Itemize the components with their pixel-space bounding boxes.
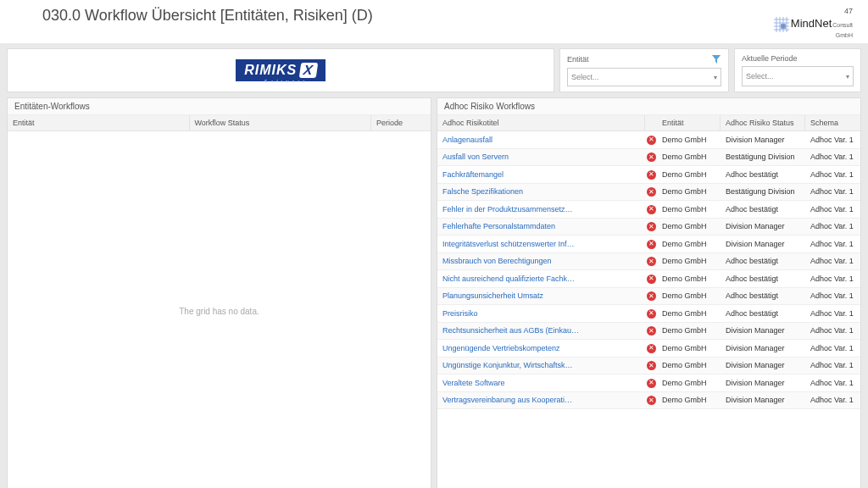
- svg-rect-8: [781, 24, 786, 29]
- table-row: Planungsunsicherheit Umsatz✕Demo GmbHAdh…: [437, 288, 860, 306]
- close-icon: ✕: [647, 257, 656, 266]
- cell-schema: Adhoc Var. 1: [805, 271, 860, 286]
- filter-entitaet: Entität Select... ▾: [559, 48, 729, 92]
- delete-button[interactable]: ✕: [645, 340, 657, 357]
- delete-button[interactable]: ✕: [645, 219, 657, 236]
- cell-schema: Adhoc Var. 1: [805, 202, 860, 217]
- filter-icon[interactable]: [711, 54, 721, 64]
- adhoc-grid-header: Adhoc Risikotitel Entität Adhoc Risiko S…: [437, 115, 860, 131]
- filter-entitaet-select[interactable]: Select... ▾: [567, 68, 721, 86]
- risk-title-link[interactable]: Ausfall von Servern: [437, 149, 645, 164]
- table-row: Ausfall von Servern✕Demo GmbHBestätigung…: [437, 149, 860, 167]
- cell-entitaet: Demo GmbH: [657, 392, 721, 408]
- risk-title-link[interactable]: Fehler in der Produktzusammensetz…: [437, 202, 645, 217]
- delete-button[interactable]: ✕: [645, 374, 657, 391]
- close-icon: ✕: [647, 361, 656, 370]
- col-adhoc-status[interactable]: Adhoc Risiko Status: [721, 115, 805, 130]
- adhoc-grid-body[interactable]: Anlagenausfall✕Demo GmbHDivision Manager…: [437, 131, 860, 488]
- filter-periode-select[interactable]: Select... ▾: [742, 66, 854, 86]
- close-icon: ✕: [647, 222, 656, 231]
- risk-title-link[interactable]: Integritätsverlust schützenswerter Inf…: [437, 236, 645, 252]
- close-icon: ✕: [647, 205, 656, 214]
- app-shell: RIMIKSX Software Entität Select... ▾ Akt…: [0, 43, 868, 488]
- page-number: 47: [774, 7, 853, 15]
- filter-periode-label: Aktuelle Periode: [742, 54, 854, 63]
- close-icon: ✕: [647, 187, 656, 197]
- cell-status: Division Manager: [721, 323, 805, 338]
- chevron-down-icon: ▾: [714, 74, 717, 81]
- col-adhoc-risikotitel[interactable]: Adhoc Risikotitel: [437, 115, 645, 130]
- adhoc-grid: Adhoc Risiko Workflows Adhoc Risikotitel…: [437, 97, 861, 488]
- col-entitaet[interactable]: Entität: [657, 115, 721, 130]
- empty-message: The grid has no data.: [8, 131, 431, 488]
- risk-title-link[interactable]: Anlagenausfall: [437, 132, 645, 147]
- col-delete: [645, 115, 657, 130]
- cell-entitaet: Demo GmbH: [657, 288, 721, 303]
- cell-entitaet: Demo GmbH: [657, 375, 721, 391]
- close-icon: ✕: [647, 240, 656, 249]
- delete-button[interactable]: ✕: [645, 358, 657, 374]
- main-row: Entitäten-Workflows Entität Workflow Sta…: [7, 97, 861, 488]
- cell-schema: Adhoc Var. 1: [805, 358, 860, 373]
- risk-title-link[interactable]: Planungsunsicherheit Umsatz: [437, 288, 645, 303]
- slide-header: 030.0 Workflow Übersicht [Entitäten, Ris…: [0, 0, 868, 43]
- cell-schema: Adhoc Var. 1: [805, 306, 860, 321]
- chevron-down-icon: ▾: [846, 73, 849, 80]
- risk-title-link[interactable]: Fehlerhafte Personalstammdaten: [437, 219, 645, 234]
- cell-schema: Adhoc Var. 1: [805, 253, 860, 269]
- table-row: Anlagenausfall✕Demo GmbHDivision Manager…: [437, 131, 860, 149]
- risk-title-link[interactable]: Veraltete Software: [437, 375, 645, 391]
- risk-title-link[interactable]: Vertragsvereinbarung aus Kooperati…: [437, 392, 645, 408]
- risk-title-link[interactable]: Falsche Spezifikationen: [437, 184, 645, 199]
- risk-title-link[interactable]: Ungünstige Konjunktur, Wirtschaftsk…: [437, 358, 645, 373]
- cell-status: Adhoc bestätigt: [721, 271, 805, 286]
- col-entitaet[interactable]: Entität: [8, 115, 190, 130]
- delete-button[interactable]: ✕: [645, 149, 657, 166]
- cell-status: Division Manager: [721, 236, 805, 252]
- delete-button[interactable]: ✕: [645, 166, 657, 183]
- risk-title-link[interactable]: Preisrisiko: [437, 306, 645, 321]
- delete-button[interactable]: ✕: [645, 201, 657, 218]
- risk-title-link[interactable]: Missbrauch von Berechtigungen: [437, 253, 645, 269]
- cell-entitaet: Demo GmbH: [657, 253, 721, 269]
- col-schema[interactable]: Schema: [805, 115, 860, 130]
- risk-title-link[interactable]: Rechtsunsicherheit aus AGBs (Einkau…: [437, 323, 645, 338]
- close-icon: ✕: [647, 291, 656, 301]
- col-workflow-status[interactable]: Workflow Status: [190, 115, 372, 130]
- filter-entitaet-label: Entität: [567, 55, 589, 64]
- cell-status: Bestätigung Division: [721, 149, 805, 164]
- delete-button[interactable]: ✕: [645, 305, 657, 322]
- cell-entitaet: Demo GmbH: [657, 341, 721, 356]
- delete-button[interactable]: ✕: [645, 392, 657, 409]
- cell-schema: Adhoc Var. 1: [805, 323, 860, 338]
- delete-button[interactable]: ✕: [645, 184, 657, 201]
- cell-status: Division Manager: [721, 132, 805, 147]
- cell-status: Adhoc bestätigt: [721, 202, 805, 217]
- col-periode[interactable]: Periode: [371, 115, 431, 130]
- cell-entitaet: Demo GmbH: [657, 149, 721, 164]
- delete-button[interactable]: ✕: [645, 270, 657, 287]
- cell-schema: Adhoc Var. 1: [805, 149, 860, 164]
- risk-title-link[interactable]: Nicht ausreichend qualifizierte Fachk…: [437, 271, 645, 286]
- delete-button[interactable]: ✕: [645, 288, 657, 305]
- cell-entitaet: Demo GmbH: [657, 132, 721, 147]
- risk-title-link[interactable]: Fachkräftemangel: [437, 167, 645, 182]
- cell-status: Division Manager: [721, 375, 805, 391]
- table-row: Veraltete Software✕Demo GmbHDivision Man…: [437, 374, 860, 392]
- cell-status: Adhoc bestätigt: [721, 288, 805, 303]
- table-row: Fachkräftemangel✕Demo GmbHAdhoc bestätig…: [437, 166, 860, 184]
- cell-status: Division Manager: [721, 219, 805, 234]
- delete-button[interactable]: ✕: [645, 236, 657, 252]
- close-icon: ✕: [647, 396, 656, 405]
- delete-button[interactable]: ✕: [645, 253, 657, 270]
- cell-status: Adhoc bestätigt: [721, 306, 805, 321]
- cell-schema: Adhoc Var. 1: [805, 236, 860, 252]
- cell-entitaet: Demo GmbH: [657, 358, 721, 373]
- brand-logo: MindNetConsult GmbH: [774, 17, 853, 38]
- risk-title-link[interactable]: Ungenügende Vertriebskompetenz: [437, 341, 645, 356]
- delete-button[interactable]: ✕: [645, 131, 657, 148]
- close-icon: ✕: [647, 136, 656, 145]
- cell-schema: Adhoc Var. 1: [805, 375, 860, 391]
- adhoc-grid-title: Adhoc Risiko Workflows: [437, 98, 860, 115]
- delete-button[interactable]: ✕: [645, 323, 657, 340]
